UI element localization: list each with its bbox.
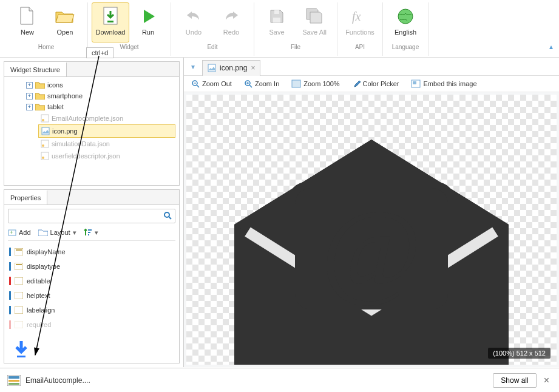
properties-panel: Properties + Add Layout [4,189,180,363]
widget-structure-tab[interactable]: Widget Structure [4,62,67,76]
json-file-icon [41,114,49,123]
sort-icon [84,228,92,237]
property-helptext[interactable]: helptext [8,288,175,303]
open-button[interactable]: Open [46,2,84,42]
tree-folder-tablet[interactable]: + tablet [4,101,179,112]
show-all-button[interactable]: Show all [493,373,536,388]
svg-rect-26 [15,306,23,314]
group-label-edit: Edit [207,44,217,50]
save-all-button[interactable]: Save All [296,2,333,42]
property-icon [15,306,23,314]
download-file-icon [7,375,21,386]
editor-tabbar: ▾ icon.png × [184,58,559,76]
download-item[interactable]: EmailAutocomple.... [7,375,90,386]
image-canvas[interactable]: @ (100%) 512 x 512 [186,95,557,365]
widget-structure-panel: Widget Structure + icons + smartphone + … [4,61,180,186]
download-icon [100,5,121,27]
svg-rect-21 [16,249,22,251]
open-label: Open [57,29,73,36]
run-label: Run [142,29,154,36]
zoom-in-button[interactable]: Zoom In [244,79,279,88]
properties-tab[interactable]: Properties [4,190,47,204]
ribbon-minimize-icon[interactable]: ▴ [549,42,553,51]
tree-file-icon-png[interactable]: icon.png [38,124,175,138]
expand-icon[interactable]: + [26,93,33,100]
widget-tree[interactable]: + icons + smartphone + tablet EmailAutoc… [4,77,179,185]
functions-button[interactable]: fx Functions [341,2,379,42]
property-required[interactable]: required [8,317,175,332]
svg-rect-23 [16,264,22,265]
tree-file-simulationdata[interactable]: simulationData.json [4,138,179,150]
image-file-icon [41,127,50,135]
svg-rect-50 [8,383,19,385]
chevron-down-icon: ▾ [95,229,98,237]
folder-icon [35,92,45,100]
svg-rect-3 [274,10,279,14]
image-file-icon [208,64,216,72]
new-label: New [21,29,34,36]
property-search[interactable] [8,209,175,223]
group-label-home: Home [38,44,55,50]
svg-rect-24 [15,277,23,285]
editor-tab-iconpng[interactable]: icon.png × [202,60,260,76]
tree-file-userfielddescriptor[interactable]: userfielddescriptor.json [4,150,179,162]
redo-button[interactable]: Redo [212,2,250,42]
download-indicator-icon [13,340,29,358]
run-button[interactable]: Run [129,2,167,42]
property-search-input[interactable] [8,212,160,220]
svg-rect-36 [292,80,300,87]
property-editable[interactable]: editable [8,274,175,288]
svg-point-7 [42,119,44,121]
floppy-stack-icon [303,5,325,27]
property-icon [15,321,23,328]
property-icon [15,263,23,270]
sort-button[interactable]: ▾ [84,228,98,237]
property-labelalign[interactable]: labelalign [8,303,175,317]
ribbon-group-edit: Undo Redo Edit [171,2,254,56]
group-label-api: API [355,44,365,50]
tree-file-emailautocomplete[interactable]: EmailAutocomplete.json [4,112,179,124]
new-file-icon [16,5,38,27]
close-download-bar-icon[interactable]: × [541,375,552,386]
svg-rect-49 [8,380,19,382]
download-button[interactable]: Download [92,2,129,42]
property-displaytype[interactable]: displaytype [8,259,175,274]
svg-rect-1 [107,21,113,22]
svg-rect-2 [273,18,280,22]
layout-folder-icon [38,229,48,236]
svg-text:fx: fx [352,10,361,24]
svg-rect-46 [17,356,25,357]
svg-text:+: + [10,229,13,235]
group-label-widget: Widget [120,44,138,50]
pin-icon[interactable]: ▾ [184,63,202,71]
redo-icon [220,5,242,27]
property-icon [15,248,23,255]
expand-icon[interactable]: + [26,104,33,110]
image-dimensions-badge: (100%) 512 x 512 [488,348,551,359]
download-bar: EmailAutocomple.... Show all × [0,368,559,392]
zoom-out-icon [191,79,200,88]
zoom-100-button[interactable]: Zoom 100% [291,79,339,88]
tree-folder-icons[interactable]: + icons [4,79,179,90]
save-button[interactable]: Save [258,2,296,42]
download-tooltip: ctrl+d [86,47,113,58]
layout-button[interactable]: Layout ▾ [38,229,76,237]
language-button[interactable]: English [387,2,424,42]
redo-label: Redo [223,29,239,36]
search-icon[interactable] [160,211,175,221]
close-tab-icon[interactable]: × [251,64,255,72]
tree-folder-smartphone[interactable]: + smartphone [4,90,179,101]
property-icon [15,277,23,285]
folder-icon [35,103,45,110]
color-picker-button[interactable]: Color Picker [352,79,399,88]
new-button[interactable]: New [8,2,46,42]
add-property-button[interactable]: + Add [8,228,31,237]
expand-icon[interactable]: + [26,82,33,89]
svg-line-31 [197,85,199,87]
zoom-out-button[interactable]: Zoom Out [191,79,232,88]
undo-button[interactable]: Undo [175,2,212,42]
embed-image-button[interactable]: Embed this image [411,79,476,88]
group-label-lang: Language [392,44,419,50]
download-filename: EmailAutocomple.... [25,376,90,385]
property-displayname[interactable]: displayName [8,245,175,259]
